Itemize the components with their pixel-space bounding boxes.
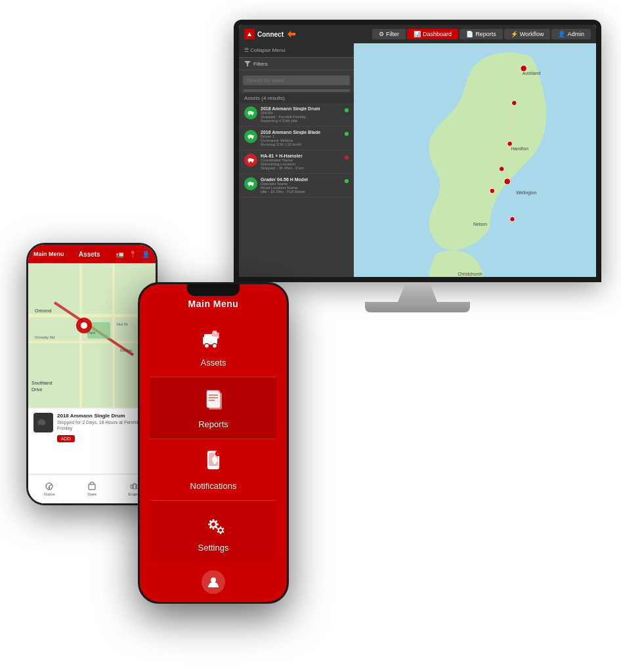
monitor-logo-text: Connect — [257, 31, 284, 38]
svg-point-29 — [504, 178, 511, 185]
svg-rect-95 — [220, 532, 221, 534]
svg-point-27 — [499, 167, 504, 172]
svg-rect-54 — [89, 484, 95, 490]
asset-icon-1 — [244, 106, 257, 119]
svg-text:Ormsby Rd: Ormsby Rd — [35, 335, 54, 339]
map-pin-7 — [510, 217, 515, 222]
menu-item-assets[interactable]: Assets — [150, 316, 276, 377]
person-nav-icon[interactable]: 👤 — [141, 249, 150, 259]
asset-details-4: Grader 04-56 H Model Operator Name Road … — [261, 177, 341, 194]
asset-sub3-4: Idle - 1h 20m - Full Route — [261, 190, 341, 194]
phone-back-screen: Main Menu Assets 🚛 📍 👤 — [28, 245, 156, 503]
monitor-map: Auckland Hamilton Wellington Nelson Chri… — [354, 43, 596, 277]
svg-point-50 — [43, 425, 46, 427]
monitor-wrapper: Connect ⚙Filter 📊Dashboard 📄Reports — [234, 20, 601, 335]
svg-rect-7 — [249, 135, 251, 136]
phone-asset-sub: Stopped for 2 Days, 18 Hours at Fernhill… — [57, 419, 150, 431]
phone-add-button[interactable]: ADD — [57, 435, 75, 442]
asset-status-4 — [345, 179, 349, 183]
svg-rect-84 — [215, 524, 219, 526]
map-pin-5 — [490, 188, 495, 194]
notifications-menu-label: Notifications — [190, 481, 237, 491]
nav-admin-label: Admin — [567, 31, 584, 37]
assets-label: Assets (4 results) — [239, 93, 354, 103]
asset-status-1 — [345, 108, 349, 112]
monitor-base — [365, 302, 470, 312]
phone-tab-state[interactable]: State — [71, 482, 114, 496]
menu-item-reports[interactable]: Reports — [150, 377, 276, 439]
asset-item-1[interactable]: 2018 Ammann Single Drum SN/SN Stopped - … — [239, 103, 354, 127]
menu-item-notifications[interactable]: ! Notifications — [150, 439, 276, 501]
svg-point-39 — [81, 322, 87, 329]
monitor: Connect ⚙Filter 📊Dashboard 📄Reports — [234, 20, 601, 282]
svg-point-28 — [490, 188, 495, 194]
asset-item-4[interactable]: Grader 04-56 H Model Operator Name Road … — [239, 174, 354, 198]
menu-item-settings[interactable]: Settings — [150, 501, 276, 562]
map-pin-3 — [507, 141, 513, 146]
svg-text:Christchurch: Christchurch — [458, 272, 482, 276]
phone-asset-info: 2018 Ammann Single Drum Stopped for 2 Da… — [33, 413, 150, 443]
asset-status-3 — [345, 156, 349, 159]
phone-back-map: Ormond Ormsby Rd Park Hui St Rankin Sout… — [28, 263, 156, 408]
map-pin-6 — [504, 178, 511, 185]
asset-details-1: 2018 Ammann Single Drum SN/SN Stopped - … — [261, 106, 341, 123]
svg-rect-65 — [213, 331, 217, 333]
asset-icon-2 — [244, 130, 257, 143]
sidebar-search — [239, 70, 354, 88]
asset-sub3-3: Stopped - 3h 45m - 0 km — [261, 166, 341, 170]
svg-point-24 — [521, 65, 527, 72]
settings-menu-label: Settings — [198, 543, 229, 553]
phone-tab-status[interactable]: Status — [28, 482, 71, 496]
phone-back-icons: 🚛 📍 👤 — [115, 249, 150, 259]
monitor-neck — [398, 282, 437, 302]
sidebar-filters[interactable]: Filters — [239, 58, 354, 70]
svg-rect-92 — [220, 526, 221, 529]
asset-sub3-1: Reporting 4 Shift Idle — [261, 119, 341, 123]
asset-search-input[interactable] — [243, 75, 350, 85]
svg-rect-86 — [213, 526, 215, 530]
asset-item-2[interactable]: 2016 Ammann Single Blade Driver 1 Contra… — [239, 127, 354, 150]
phone-back-title: Assets — [68, 251, 112, 258]
monitor-content: ☰ Collapse Menu Filters Assets (4 result… — [239, 43, 596, 277]
asset-item-3[interactable]: HA-61 + H-Hamster Coordinator Name Somet… — [239, 150, 354, 174]
svg-point-25 — [511, 100, 517, 106]
settings-menu-icon — [199, 510, 228, 539]
phone-profile-button[interactable] — [202, 570, 225, 594]
svg-rect-48 — [39, 419, 43, 421]
svg-marker-0 — [247, 32, 251, 36]
monitor-nav: ⚙Filter 📊Dashboard 📄Reports ⚡Workflow — [372, 29, 591, 39]
monitor-nav-admin[interactable]: 👤Admin — [551, 29, 591, 39]
notifications-menu-icon: ! — [199, 448, 228, 477]
svg-rect-73 — [209, 392, 222, 410]
nav-workflow-label: Workflow — [520, 31, 544, 37]
reports-menu-label: Reports — [198, 419, 228, 429]
main-menu-title: Main Menu — [188, 299, 239, 309]
svg-point-26 — [507, 141, 513, 146]
assets-menu-icon — [199, 325, 228, 354]
svg-rect-88 — [208, 524, 211, 526]
svg-point-4 — [249, 114, 250, 116]
monitor-logo: Connect — [244, 29, 295, 39]
phone-front-body: Main Menu — [138, 282, 289, 604]
monitor-nav-dashboard[interactable]: 📊Dashboard — [407, 29, 458, 39]
phone-back-btn[interactable]: Main Menu — [33, 251, 64, 257]
monitor-nav-workflow[interactable]: ⚡Workflow — [504, 29, 551, 39]
svg-rect-61 — [204, 334, 212, 339]
nav-filter-label: Filter — [386, 31, 399, 37]
monitor-nav-reports[interactable]: 📄Reports — [460, 29, 503, 39]
monitor-nav-filter[interactable]: ⚙Filter — [372, 29, 406, 39]
map-nav-icon[interactable]: 📍 — [128, 249, 137, 259]
svg-point-16 — [249, 185, 250, 186]
svg-point-8 — [249, 138, 250, 139]
phone-asset-avatar — [33, 413, 53, 432]
sidebar-collapse[interactable]: ☰ Collapse Menu — [239, 43, 354, 58]
asset-icon-4 — [244, 177, 257, 190]
svg-text:Wellington: Wellington — [516, 190, 536, 196]
state-tab-icon — [87, 482, 96, 491]
truck-nav-icon[interactable]: 🚛 — [115, 249, 124, 259]
svg-point-17 — [252, 185, 253, 186]
svg-line-52 — [49, 484, 52, 486]
map-pin-2 — [511, 100, 517, 106]
asset-details-2: 2016 Ammann Single Blade Driver 1 Contra… — [261, 130, 341, 146]
svg-point-9 — [252, 138, 253, 139]
